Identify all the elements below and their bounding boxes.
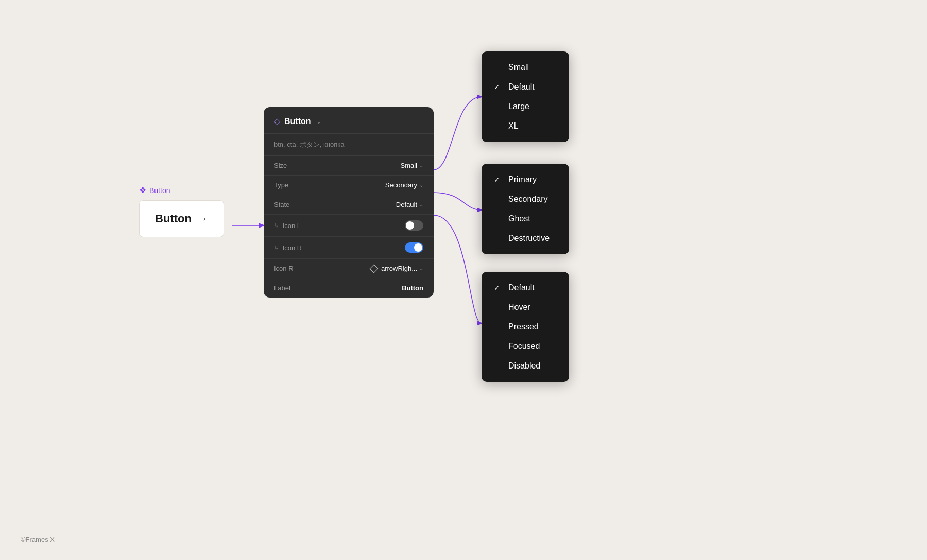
button-card-arrow: → <box>197 212 208 225</box>
type-label: Type <box>274 181 288 189</box>
size-value[interactable]: Small ⌄ <box>400 162 423 169</box>
panel-header-title: Button <box>284 117 311 126</box>
panel-header-chevron-icon: ⌄ <box>316 118 321 125</box>
indent-arrow-icon-r: ↳ <box>274 244 279 251</box>
button-card-text: Button <box>155 212 192 225</box>
state-option-disabled-text: Disabled <box>508 361 540 371</box>
type-option-primary[interactable]: ✓ Primary <box>482 170 569 189</box>
panel-header: ◇ Button ⌄ <box>264 107 434 134</box>
size-option-default-text: Default <box>508 82 535 92</box>
copyright-text: ©Frames X <box>21 536 55 544</box>
label-value-text: Button <box>402 284 423 292</box>
state-option-pressed[interactable]: Pressed <box>482 317 569 337</box>
state-chevron-icon: ⌄ <box>419 202 423 207</box>
type-option-secondary[interactable]: Secondary <box>482 189 569 209</box>
button-card[interactable]: Button → <box>139 200 224 237</box>
size-option-large[interactable]: Large <box>482 97 569 116</box>
type-option-secondary-text: Secondary <box>508 195 548 204</box>
check-primary: ✓ <box>494 176 502 184</box>
icon-r-selector-label: Icon R <box>274 265 294 272</box>
icon-r-selector-value[interactable]: arrowRigh... ⌄ <box>371 265 423 272</box>
state-option-hover-text: Hover <box>508 303 530 312</box>
indent-arrow-icon-l: ↳ <box>274 222 279 229</box>
state-option-hover[interactable]: Hover <box>482 297 569 317</box>
tag-label-text: Button <box>149 186 170 195</box>
check-default: ✓ <box>494 83 502 91</box>
panel-tags: btn, cta, ボタン, кнопка <box>264 134 434 156</box>
panel-header-diamond-icon: ◇ <box>274 116 280 126</box>
icon-r-toggle-row[interactable]: ↳ Icon R <box>264 237 434 259</box>
size-option-xl[interactable]: XL <box>482 116 569 136</box>
label-label: Label <box>274 284 290 292</box>
icon-r-toggle-label: ↳ Icon R <box>274 244 302 252</box>
icon-r-value-text: arrowRigh... <box>381 265 417 272</box>
type-option-ghost[interactable]: Ghost <box>482 209 569 229</box>
type-row[interactable]: Type Secondary ⌄ <box>264 176 434 195</box>
state-option-default-text: Default <box>508 283 535 292</box>
size-chevron-icon: ⌄ <box>419 163 423 168</box>
icon-l-toggle[interactable] <box>405 220 423 231</box>
state-label: State <box>274 201 289 208</box>
state-dropdown-menu: ✓ Default Hover Pressed Focused Disabled <box>482 272 569 382</box>
state-option-focused[interactable]: Focused <box>482 337 569 356</box>
size-option-small[interactable]: Small <box>482 58 569 77</box>
size-value-text: Small <box>400 162 417 169</box>
tag-diamond-icon: ❖ <box>139 185 146 195</box>
state-option-focused-text: Focused <box>508 342 540 351</box>
icon-r-selector-row[interactable]: Icon R arrowRigh... ⌄ <box>264 259 434 278</box>
state-value[interactable]: Default ⌄ <box>396 201 423 208</box>
type-option-destructive[interactable]: Destructive <box>482 229 569 248</box>
icon-l-label: ↳ Icon L <box>274 222 301 230</box>
icon-l-row[interactable]: ↳ Icon L <box>264 215 434 237</box>
size-label: Size <box>274 162 287 169</box>
state-value-text: Default <box>396 201 417 208</box>
type-value-text: Secondary <box>385 181 417 189</box>
type-option-ghost-text: Ghost <box>508 214 530 223</box>
state-row[interactable]: State Default ⌄ <box>264 195 434 215</box>
type-option-primary-text: Primary <box>508 175 537 184</box>
size-option-large-text: Large <box>508 102 529 111</box>
state-option-default[interactable]: ✓ Default <box>482 278 569 297</box>
button-preview-area: ❖ Button Button → <box>139 185 224 237</box>
state-option-disabled[interactable]: Disabled <box>482 356 569 376</box>
icon-r-toggle-thumb <box>414 243 422 252</box>
state-option-pressed-text: Pressed <box>508 322 539 331</box>
size-row[interactable]: Size Small ⌄ <box>264 156 434 176</box>
check-state-default: ✓ <box>494 284 502 292</box>
size-option-small-text: Small <box>508 63 529 72</box>
size-dropdown-menu: Small ✓ Default Large XL <box>482 51 569 142</box>
type-dropdown-menu: ✓ Primary Secondary Ghost Destructive <box>482 164 569 254</box>
icon-r-chevron-icon: ⌄ <box>419 266 423 271</box>
type-chevron-icon: ⌄ <box>419 182 423 188</box>
size-option-default[interactable]: ✓ Default <box>482 77 569 97</box>
button-label-tag: ❖ Button <box>139 185 224 195</box>
properties-panel: ◇ Button ⌄ btn, cta, ボタン, кнопка Size Sm… <box>264 107 434 297</box>
icon-r-toggle[interactable] <box>405 242 423 253</box>
type-option-destructive-text: Destructive <box>508 234 550 243</box>
label-row[interactable]: Label Button <box>264 278 434 297</box>
icon-r-diamond-icon <box>369 264 378 273</box>
icon-l-toggle-thumb <box>406 221 414 230</box>
size-option-xl-text: XL <box>508 121 519 131</box>
type-value[interactable]: Secondary ⌄ <box>385 181 423 189</box>
